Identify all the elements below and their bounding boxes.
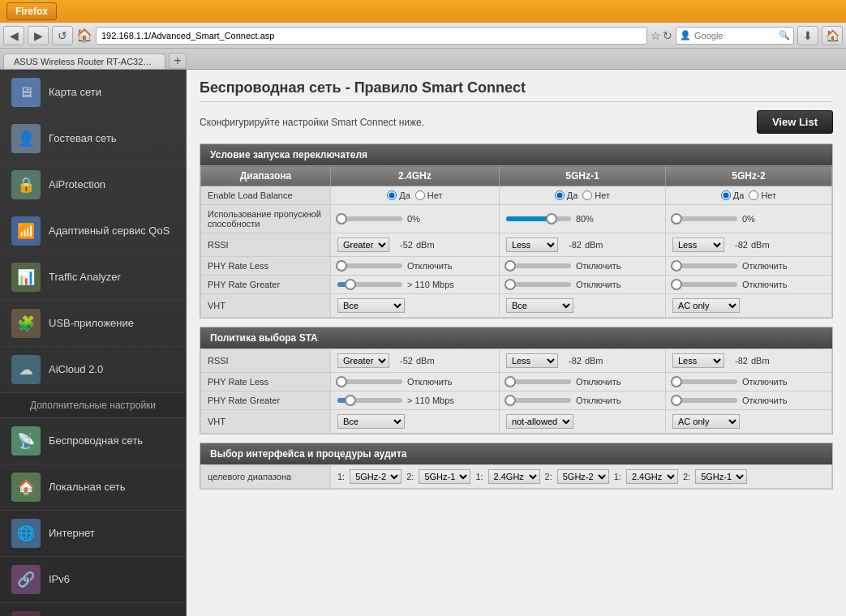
vht-52-select[interactable]: AC only Все not-allowed bbox=[672, 298, 740, 313]
active-tab[interactable]: ASUS Wireless Router RT-AC3200 - Прав... bbox=[3, 53, 165, 69]
vht-51-cell: Все AC only not-allowed bbox=[506, 298, 659, 313]
lb-51-yes-label: Да bbox=[567, 190, 578, 200]
vht-24-select[interactable]: Все AC only not-allowed bbox=[337, 298, 405, 313]
load-balance-24-yes[interactable]: Да bbox=[387, 190, 410, 200]
refresh-button[interactable]: ↺ bbox=[52, 26, 73, 45]
util-51-track[interactable] bbox=[506, 216, 571, 221]
sidebar-item-aicloud[interactable]: ☁ AiCloud 2.0 bbox=[0, 347, 186, 393]
target-range-row: целевого диапазона 1: 5GHz-2 5GHz-1 2.4G… bbox=[201, 465, 832, 489]
util-51-thumb[interactable] bbox=[546, 213, 557, 225]
phyless2-24-track[interactable] bbox=[337, 379, 402, 384]
phyless-51-track[interactable] bbox=[506, 263, 571, 268]
sidebar-item-guest-network[interactable]: 👤 Гостевая сеть bbox=[0, 116, 186, 162]
sidebar-item-qos[interactable]: 📶 Адаптивный сервис QoS bbox=[0, 208, 186, 255]
range2-2-select[interactable]: 5GHz-2 5GHz-1 2.4GHz bbox=[557, 469, 609, 484]
rssi2-24-dir-select[interactable]: Greater Less bbox=[337, 353, 389, 368]
sidebar-item-network-map[interactable]: 🖥 Карта сети bbox=[0, 70, 186, 116]
lb-52-no-radio[interactable] bbox=[749, 190, 758, 200]
phyless2-51-val: Отключить bbox=[576, 377, 621, 387]
vht2-24-select[interactable]: Все AC only not-allowed bbox=[337, 414, 405, 429]
phygreater2-51-thumb[interactable] bbox=[505, 395, 516, 406]
rssi2-24-val: -52 bbox=[393, 356, 413, 366]
phygreater2-24-thumb[interactable] bbox=[345, 395, 356, 406]
rssi2-52-unit: dBm bbox=[751, 356, 770, 366]
util-52-thumb[interactable] bbox=[671, 213, 682, 225]
lb-51-yes-radio[interactable] bbox=[555, 190, 565, 200]
load-balance-24-no[interactable]: Нет bbox=[415, 190, 443, 200]
load-balance-52-yes[interactable]: Да bbox=[721, 190, 745, 200]
sidebar-item-lan[interactable]: 🏠 Локальная сеть bbox=[0, 464, 186, 511]
phyless-51-thumb[interactable] bbox=[505, 260, 516, 272]
search-input[interactable] bbox=[694, 31, 775, 41]
sidebar-item-internet[interactable]: 🌐 Интернет bbox=[0, 511, 186, 557]
forward-button[interactable]: ▶ bbox=[28, 26, 49, 45]
phygreater-51-track[interactable] bbox=[506, 282, 571, 287]
vht-51-select[interactable]: Все AC only not-allowed bbox=[506, 298, 573, 313]
load-balance-51-no[interactable]: Нет bbox=[582, 190, 610, 200]
bookmark-icon[interactable]: ☆ bbox=[651, 29, 661, 42]
rssi-24-dir-select[interactable]: Greater Less bbox=[337, 237, 389, 252]
section2-header: Политика выбора STA bbox=[200, 327, 832, 349]
phygreater2-52-thumb[interactable] bbox=[671, 395, 682, 406]
phygreater2-24-track[interactable] bbox=[337, 398, 402, 403]
rssi-51-unit: dBm bbox=[585, 240, 603, 250]
util-52-track[interactable] bbox=[672, 216, 737, 221]
range1-1-select[interactable]: 5GHz-2 5GHz-1 2.4GHz bbox=[350, 469, 402, 484]
phygreater-52-track[interactable] bbox=[672, 282, 737, 287]
rssi-52-dir-select[interactable]: Less Greater bbox=[672, 237, 724, 252]
phyless-52-track[interactable] bbox=[672, 263, 737, 268]
phyless2-51-thumb[interactable] bbox=[505, 376, 516, 387]
firefox-menu-button[interactable]: Firefox bbox=[6, 2, 57, 20]
phyless-24-track[interactable] bbox=[337, 263, 402, 268]
range3-1-select[interactable]: 2.4GHz 5GHz-1 5GHz-2 bbox=[626, 469, 678, 484]
lb-51-no-radio[interactable] bbox=[582, 190, 592, 200]
sidebar-label-traffic-analyzer: Traffic Analyzer bbox=[49, 271, 121, 284]
lb-24-yes-radio[interactable] bbox=[387, 190, 397, 200]
lb-52-yes-radio[interactable] bbox=[721, 190, 731, 200]
phyless2-24-thumb[interactable] bbox=[336, 376, 347, 387]
range2-1-select[interactable]: 2.4GHz 5GHz-1 5GHz-2 bbox=[488, 469, 540, 484]
range1-2-select[interactable]: 5GHz-1 5GHz-2 2.4GHz bbox=[419, 469, 470, 484]
phygreater-51-thumb[interactable] bbox=[505, 279, 516, 290]
phyless2-51-track[interactable] bbox=[506, 379, 571, 384]
network-map-icon: 🖥 bbox=[11, 78, 41, 107]
sidebar-item-traffic-analyzer[interactable]: 📊 Traffic Analyzer bbox=[0, 255, 186, 301]
sidebar-item-vpn[interactable]: 🔐 VPN bbox=[0, 603, 186, 616]
view-list-button[interactable]: View List bbox=[757, 110, 833, 134]
sidebar-item-ipv6[interactable]: 🔗 IPv6 bbox=[0, 557, 186, 603]
home-icon[interactable]: 🏠 bbox=[76, 28, 92, 43]
rssi-51-dir-select[interactable]: Less Greater bbox=[506, 237, 558, 252]
vht2-51-select[interactable]: not-allowed Все AC only bbox=[506, 414, 573, 429]
back-button[interactable]: ◀ bbox=[3, 26, 24, 45]
load-balance-52-no[interactable]: Нет bbox=[749, 190, 776, 200]
phyless-52-thumb[interactable] bbox=[671, 260, 682, 272]
phyless2-52-track[interactable] bbox=[672, 379, 737, 384]
phyless-24-thumb[interactable] bbox=[336, 260, 347, 272]
search-icon[interactable]: 🔍 bbox=[779, 30, 790, 41]
section2-container: Политика выбора STA RSSI Greater Less bbox=[200, 327, 833, 434]
sidebar-item-aiprotection[interactable]: 🔒 AiProtection bbox=[0, 162, 186, 208]
phygreater-24-track[interactable] bbox=[337, 282, 402, 287]
util-24-thumb[interactable] bbox=[336, 213, 347, 225]
util-24-track[interactable] bbox=[337, 216, 402, 221]
phyless2-52-thumb[interactable] bbox=[671, 376, 682, 387]
rssi2-52-dir-select[interactable]: Less Greater bbox=[672, 353, 724, 368]
rssi-24-unit: dBm bbox=[416, 240, 435, 250]
reload-icon[interactable]: ↻ bbox=[663, 29, 672, 42]
load-balance-label: Enable Load Balance bbox=[208, 190, 293, 200]
phygreater-52-thumb[interactable] bbox=[671, 279, 682, 290]
rssi2-51-dir-select[interactable]: Less Greater bbox=[506, 353, 558, 368]
phygreater2-52-track[interactable] bbox=[672, 398, 737, 403]
vht2-52-select[interactable]: AC only Все not-allowed bbox=[672, 414, 740, 429]
downloads-button[interactable]: ⬇ bbox=[797, 26, 818, 45]
range3-2-select[interactable]: 5GHz-1 5GHz-2 2.4GHz bbox=[695, 469, 747, 484]
phygreater2-51-track[interactable] bbox=[506, 398, 571, 403]
load-balance-51-yes[interactable]: Да bbox=[555, 190, 578, 200]
new-tab-button[interactable]: + bbox=[169, 53, 187, 69]
address-bar[interactable] bbox=[96, 27, 647, 45]
lb-24-no-radio[interactable] bbox=[415, 190, 425, 200]
home-nav-button[interactable]: 🏠 bbox=[822, 26, 843, 45]
sidebar-item-usb[interactable]: 🧩 USB-приложение bbox=[0, 301, 186, 347]
phygreater-24-thumb[interactable] bbox=[345, 279, 356, 290]
sidebar-item-wireless[interactable]: 📡 Беспроводная сеть bbox=[0, 418, 186, 464]
